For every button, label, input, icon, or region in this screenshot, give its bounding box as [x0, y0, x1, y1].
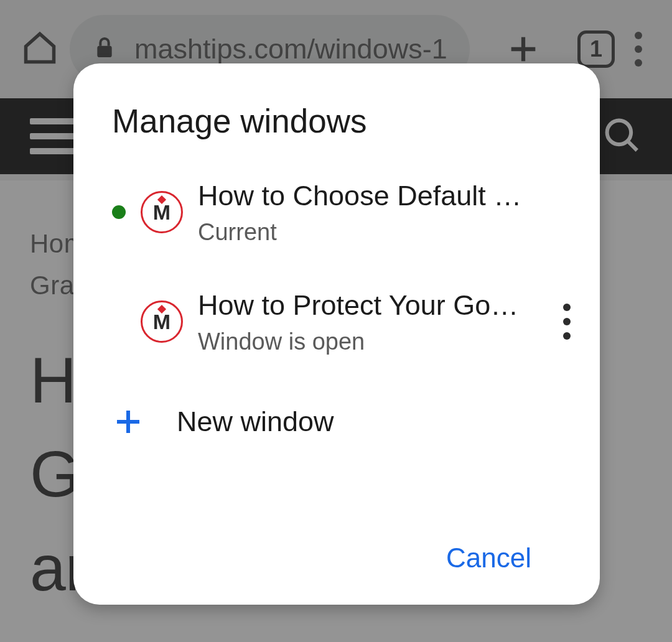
new-window-button[interactable]: New window — [73, 376, 600, 467]
window-item-subtitle: Current — [198, 219, 581, 246]
window-item-menu-button[interactable] — [553, 304, 581, 340]
cancel-button[interactable]: Cancel — [446, 542, 531, 574]
window-item-title: How to Choose Default … — [198, 179, 581, 213]
window-item-subtitle: Window is open — [198, 328, 538, 355]
window-item-text: How to Protect Your Go… Window is open — [198, 288, 538, 355]
site-favicon-icon: M — [141, 191, 183, 233]
window-item[interactable]: M How to Protect Your Go… Window is open — [73, 267, 600, 376]
site-favicon-icon: M — [141, 300, 183, 343]
dialog-footer: Cancel — [378, 511, 600, 605]
new-window-label: New window — [177, 406, 334, 438]
window-item-current[interactable]: M How to Choose Default … Current — [73, 157, 600, 267]
manage-windows-dialog: Manage windows M How to Choose Default …… — [73, 63, 600, 605]
window-list: M How to Choose Default … Current M How … — [73, 151, 600, 467]
current-indicator-dot — [112, 205, 126, 219]
window-item-text: How to Choose Default … Current — [198, 179, 581, 245]
dialog-title: Manage windows — [73, 102, 600, 151]
plus-icon — [112, 407, 144, 437]
window-item-title: How to Protect Your Go… — [198, 288, 538, 323]
